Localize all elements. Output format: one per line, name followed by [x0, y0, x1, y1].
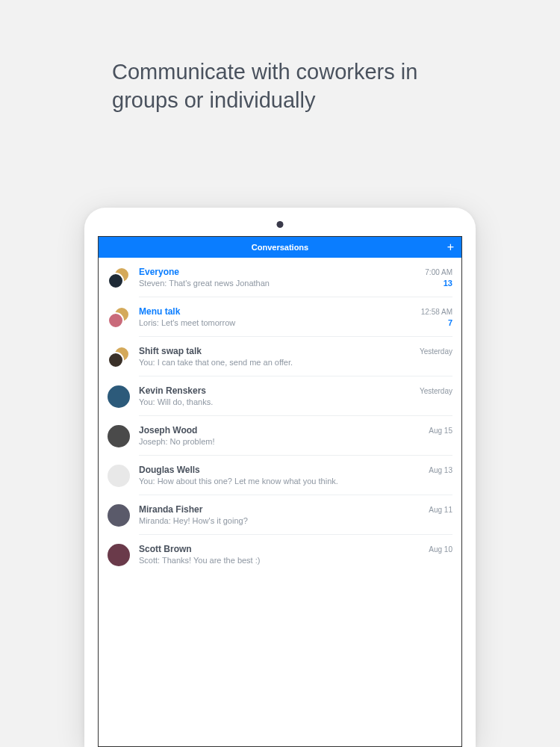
conversation-timestamp: 7:00 AM: [425, 268, 452, 276]
conversation-preview: You: Will do, thanks.: [139, 397, 213, 406]
conversation-row[interactable]: Shift swap talkYesterdayYou: I can take …: [99, 337, 461, 376]
tablet-camera: [277, 221, 284, 228]
conversation-row[interactable]: Everyone7:00 AMSteven: That's great news…: [99, 258, 461, 297]
group-avatar: [108, 346, 130, 368]
unread-badge: 13: [444, 279, 452, 288]
conversation-preview: You: I can take that one, send me an off…: [139, 358, 293, 367]
user-avatar: [108, 385, 130, 408]
conversation-timestamp: Aug 10: [429, 545, 452, 554]
conversation-preview: Loris: Let's meet tomorrow: [139, 318, 235, 327]
marketing-headline: Communicate with coworkers in groups or …: [112, 58, 485, 114]
unread-badge: 7: [448, 318, 452, 327]
conversation-preview: You: How about this one? Let me know wha…: [139, 477, 338, 486]
conversation-title: Menu talk: [139, 306, 180, 317]
conversation-row[interactable]: Douglas WellsAug 13You: How about this o…: [99, 456, 461, 495]
conversation-row[interactable]: Scott BrownAug 10Scott: Thanks! You are …: [99, 535, 461, 574]
conversation-timestamp: Aug 15: [429, 427, 452, 435]
app-header: Conversations +: [99, 237, 461, 258]
conversation-row[interactable]: Menu talk12:58 AMLoris: Let's meet tomor…: [99, 297, 461, 337]
tablet-frame: Conversations + Everyone7:00 AMSteven: T…: [84, 208, 476, 747]
conversation-preview: Scott: Thanks! You are the best :): [139, 556, 260, 565]
user-avatar: [108, 544, 130, 566]
conversation-row[interactable]: Kevin RenskersYesterdayYou: Will do, tha…: [99, 376, 461, 416]
conversation-preview: Miranda: Hey! How's it going?: [139, 516, 248, 525]
conversation-list: Everyone7:00 AMSteven: That's great news…: [99, 258, 461, 574]
conversation-title: Kevin Renskers: [139, 385, 206, 396]
conversation-timestamp: 12:58 AM: [421, 308, 452, 316]
conversation-row[interactable]: Miranda FisherAug 11Miranda: Hey! How's …: [99, 495, 461, 535]
conversation-title: Scott Brown: [139, 544, 192, 554]
conversation-title: Miranda Fisher: [139, 504, 202, 515]
conversation-preview: Joseph: No problem!: [139, 437, 215, 446]
user-avatar: [108, 425, 130, 447]
user-avatar: [108, 465, 130, 487]
conversation-timestamp: Aug 11: [429, 506, 452, 514]
conversation-row[interactable]: Joseph WoodAug 15Joseph: No problem!: [99, 416, 461, 456]
conversation-preview: Steven: That's great news Jonathan: [139, 279, 270, 288]
app-screen: Conversations + Everyone7:00 AMSteven: T…: [98, 236, 462, 747]
conversation-title: Shift swap talk: [139, 346, 202, 356]
header-title: Conversations: [252, 243, 308, 252]
user-avatar: [108, 504, 130, 527]
conversation-timestamp: Yesterday: [420, 347, 452, 356]
conversation-title: Douglas Wells: [139, 465, 200, 475]
conversation-title: Everyone: [139, 267, 179, 277]
conversation-timestamp: Aug 13: [429, 466, 452, 474]
add-conversation-icon[interactable]: +: [447, 241, 454, 254]
conversation-timestamp: Yesterday: [420, 387, 452, 395]
group-avatar: [108, 267, 130, 289]
conversation-title: Joseph Wood: [139, 425, 197, 436]
group-avatar: [108, 306, 130, 329]
